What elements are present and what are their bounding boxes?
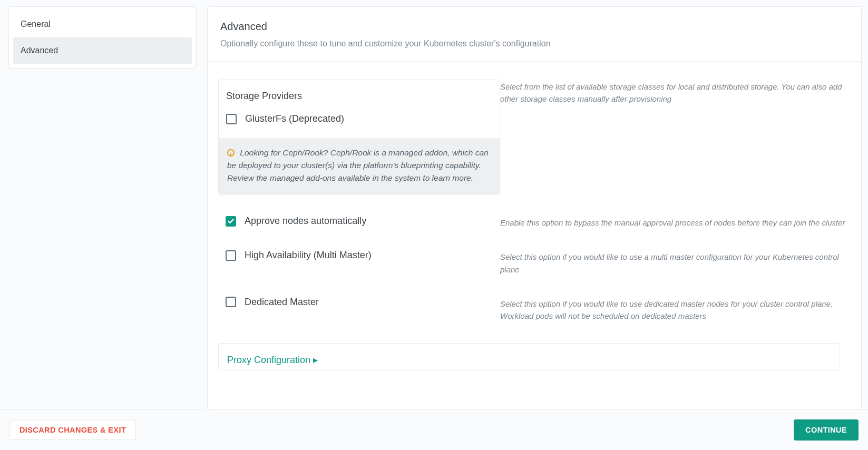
main-header: Advanced Optionally configure these to t… — [208, 7, 861, 62]
dedicated-master-option[interactable]: Dedicated Master — [218, 297, 500, 308]
proxy-config-expander[interactable]: Proxy Configuration ▸ — [218, 343, 840, 370]
main-panel: Advanced Optionally configure these to t… — [207, 6, 862, 410]
glusterfs-checkbox[interactable] — [226, 114, 237, 124]
sidebar: General Advanced — [8, 6, 197, 69]
continue-button[interactable]: CONTINUE — [794, 419, 859, 441]
approve-nodes-checkbox[interactable] — [226, 216, 236, 227]
page-title: Advanced — [220, 21, 849, 33]
glusterfs-label: GlusterFs (Deprecated) — [245, 113, 344, 124]
sidebar-item-advanced[interactable]: Advanced — [13, 37, 192, 64]
page-subtitle: Optionally configure these to tune and c… — [220, 39, 849, 48]
approve-nodes-help: Enable this option to bypass the manual … — [500, 216, 851, 229]
discard-button[interactable]: DISCARD CHANGES & EXIT — [9, 420, 136, 440]
storage-providers-panel: Storage Providers GlusterFs (Deprecated)… — [218, 80, 500, 194]
storage-help-text: Select from the list of available storag… — [500, 80, 851, 105]
ha-option[interactable]: High Availability (Multi Master) — [218, 250, 500, 261]
glusterfs-option[interactable]: GlusterFs (Deprecated) — [219, 113, 500, 138]
approve-nodes-option[interactable]: Approve nodes automatically — [218, 216, 500, 227]
ha-label: High Availability (Multi Master) — [245, 250, 372, 261]
dedicated-master-label: Dedicated Master — [245, 297, 319, 308]
storage-panel-title: Storage Providers — [219, 91, 500, 113]
ha-checkbox[interactable] — [226, 250, 236, 261]
ha-help: Select this option if you would like to … — [500, 250, 851, 276]
info-note-text: Looking for Ceph/Rook? Ceph/Rook is a ma… — [227, 148, 489, 182]
sidebar-item-general[interactable]: General — [13, 11, 192, 37]
footer-bar: DISCARD CHANGES & EXIT CONTINUE — [0, 409, 868, 450]
info-icon: i — [227, 149, 235, 156]
dedicated-master-checkbox[interactable] — [226, 297, 236, 307]
ceph-rook-info-note: i Looking for Ceph/Rook? Ceph/Rook is a … — [219, 138, 500, 194]
dedicated-master-help: Select this option if you would like to … — [500, 297, 851, 322]
approve-nodes-label: Approve nodes automatically — [245, 216, 366, 227]
